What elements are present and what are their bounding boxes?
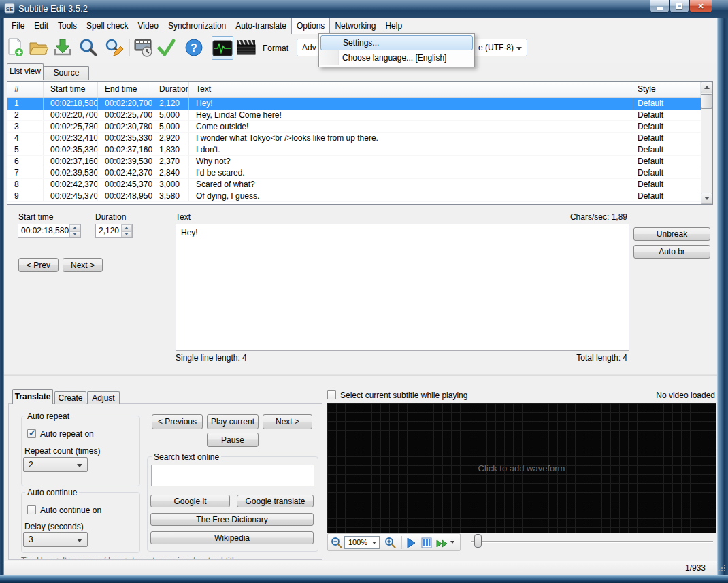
visual-sync-icon xyxy=(133,37,154,58)
scroll-thumb[interactable] xyxy=(701,94,712,109)
scroll-down-button[interactable] xyxy=(701,193,712,204)
table-row[interactable]: 300:02:25,78000:02:30,7805,000Come outsi… xyxy=(7,121,701,133)
subtitle-text-area[interactable]: Hey! xyxy=(176,224,629,351)
cell-end: 00:02:48,950 xyxy=(98,190,152,201)
column-header-duration[interactable]: Duration xyxy=(152,82,189,97)
table-row[interactable]: 900:02:45,37000:02:48,9503,580Of dying, … xyxy=(7,190,701,202)
column-header-style[interactable]: Style xyxy=(633,82,701,97)
repeat-count-select[interactable]: 2 xyxy=(23,457,88,472)
cell-end: 00:02:30,780 xyxy=(98,121,152,132)
cell-duration: 5,000 xyxy=(152,110,189,120)
table-row[interactable]: 100:02:18,58000:02:20,7002,120Hey!Defaul… xyxy=(7,98,701,110)
play-current-button[interactable]: Play current xyxy=(207,414,259,429)
menu-item-auto-translate[interactable]: Auto-translate xyxy=(231,18,291,34)
column-header-text[interactable]: Text xyxy=(189,82,633,97)
total-length: Total length: 4 xyxy=(576,353,627,363)
menu-item-spell-check[interactable]: Spell check xyxy=(82,18,133,34)
next-button[interactable]: Next > xyxy=(63,258,103,272)
find-button[interactable] xyxy=(78,37,99,59)
google-it-button[interactable]: Google it xyxy=(150,495,230,507)
play-button[interactable] xyxy=(406,537,416,548)
cell-start: 00:02:32,410 xyxy=(44,133,98,144)
auto-repeat-checkbox[interactable] xyxy=(27,429,36,438)
wikipedia-button[interactable]: Wikipedia xyxy=(150,531,314,544)
waveform-toggle-button[interactable] xyxy=(212,36,233,60)
waveform-area[interactable]: Click to add waveform xyxy=(327,403,716,533)
spin-down-button[interactable] xyxy=(69,231,80,238)
waveform-zoom-out-button[interactable] xyxy=(331,537,343,549)
cell-style: Default xyxy=(633,156,701,167)
table-row[interactable]: 700:02:39,53000:02:42,3702,840I'd be sca… xyxy=(7,167,701,179)
help-button[interactable]: ? xyxy=(183,37,205,59)
tab-create[interactable]: Create xyxy=(54,391,86,404)
menu-item-edit[interactable]: Edit xyxy=(29,18,53,34)
column-header-number[interactable]: # xyxy=(7,82,44,97)
search-text-input[interactable] xyxy=(151,465,314,486)
menu-item-settings[interactable]: Settings... xyxy=(320,35,473,50)
columns-view-button[interactable] xyxy=(421,537,432,548)
help-icon: ? xyxy=(184,37,204,58)
column-header-end-time[interactable]: End time xyxy=(98,82,152,97)
duration-spinner[interactable]: 2,120 xyxy=(95,224,133,238)
spin-down-button[interactable] xyxy=(121,231,132,238)
menu-item-file[interactable]: File xyxy=(7,18,29,34)
delay-select[interactable]: 3 xyxy=(23,532,88,547)
menu-item-tools[interactable]: Tools xyxy=(53,18,82,34)
google-translate-button[interactable]: Google translate xyxy=(237,495,314,507)
fast-forward-menu-button[interactable] xyxy=(450,541,454,546)
tab-source-view[interactable]: Source view xyxy=(44,66,89,80)
new-file-button[interactable] xyxy=(4,37,26,59)
position-slider[interactable] xyxy=(471,541,713,543)
spin-up-button[interactable] xyxy=(121,224,132,231)
replace-button[interactable] xyxy=(103,37,125,59)
close-button[interactable]: ✕ xyxy=(689,0,712,13)
menu-item-settings-label: Settings... xyxy=(343,38,379,48)
table-row[interactable]: 600:02:37,16000:02:39,5302,370Why not?De… xyxy=(7,156,701,167)
visual-sync-button[interactable] xyxy=(133,37,154,59)
scroll-up-button[interactable] xyxy=(701,82,712,93)
table-row[interactable]: 400:02:32,41000:02:35,3302,920I wonder w… xyxy=(7,133,701,144)
waveform-zoom-combo[interactable]: 100% xyxy=(344,536,380,549)
minimize-button[interactable] xyxy=(650,0,669,13)
resize-grip[interactable] xyxy=(718,565,720,566)
auto-br-button[interactable]: Auto br xyxy=(633,245,710,259)
pause-button[interactable]: Pause xyxy=(207,433,259,447)
spell-check-button[interactable] xyxy=(155,37,177,59)
position-slider-thumb[interactable] xyxy=(474,534,482,548)
tab-adjust[interactable]: Adjust xyxy=(87,391,120,404)
menu-item-options[interactable]: Options xyxy=(291,18,330,34)
maximize-button[interactable] xyxy=(669,0,689,13)
table-row[interactable]: 500:02:35,33000:02:37,1601,830I don't.De… xyxy=(7,144,701,156)
next-subtitle-button[interactable]: Next > xyxy=(263,414,312,429)
cell-end: 00:02:35,330 xyxy=(98,133,152,144)
table-scrollbar[interactable] xyxy=(701,82,712,204)
unbreak-button[interactable]: Unbreak xyxy=(633,227,710,241)
auto-continue-checkbox[interactable] xyxy=(27,505,36,514)
tab-translate[interactable]: Translate xyxy=(12,389,53,404)
table-row[interactable]: 800:02:42,37000:02:45,3703,000Scared of … xyxy=(7,179,701,190)
open-file-button[interactable] xyxy=(27,37,49,59)
menu-item-synchronization[interactable]: Synchronization xyxy=(163,18,231,34)
cell-text: I wonder what Tokyo<br />looks like from… xyxy=(189,133,633,144)
column-header-start-time[interactable]: Start time xyxy=(44,82,98,97)
free-dictionary-button[interactable]: The Free Dictionary xyxy=(150,513,314,526)
menu-item-networking[interactable]: Networking xyxy=(330,18,380,34)
start-time-spinner[interactable]: 00:02:18,580 xyxy=(18,224,81,238)
select-current-subtitle-checkbox[interactable] xyxy=(327,390,336,399)
save-button[interactable] xyxy=(52,37,73,59)
waveform-zoom-in-button[interactable] xyxy=(384,537,397,549)
previous-button[interactable]: < Previous xyxy=(152,414,203,429)
video-toggle-button[interactable] xyxy=(235,37,257,59)
spin-up-button[interactable] xyxy=(69,224,80,231)
menu-item-help[interactable]: Help xyxy=(380,18,407,34)
play-icon xyxy=(406,537,416,548)
prev-button[interactable]: < Prev xyxy=(18,258,59,272)
menu-item-video[interactable]: Video xyxy=(133,18,163,34)
cell-style: Default xyxy=(633,98,701,110)
toolbar-separator xyxy=(401,536,402,549)
fast-forward-button[interactable] xyxy=(436,539,448,548)
menu-item-choose-language[interactable]: Choose language... [English] xyxy=(320,50,473,65)
table-row[interactable]: 200:02:20,70000:02:25,7005,000Hey, Linda… xyxy=(7,110,701,121)
splitter[interactable] xyxy=(4,374,717,376)
tab-list-view[interactable]: List view xyxy=(7,63,44,80)
